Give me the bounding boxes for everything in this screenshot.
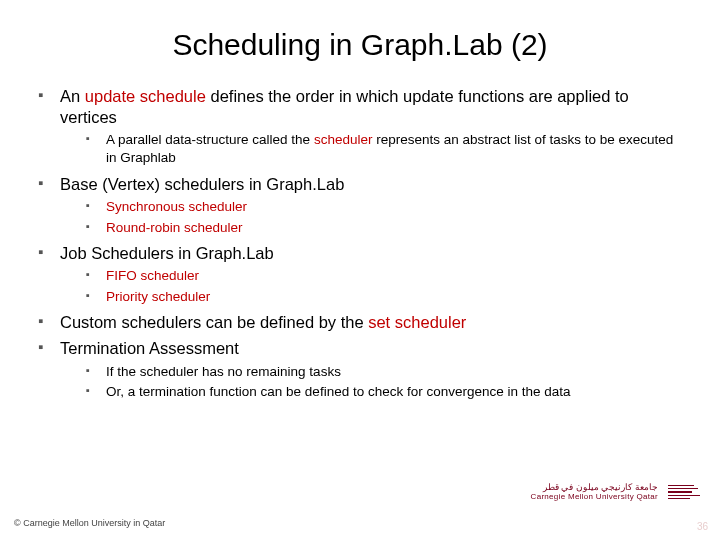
text: Job Schedulers in Graph.Lab [60, 244, 274, 262]
accent-text: FIFO scheduler [106, 268, 199, 283]
cmu-qatar-logo: جامعة كارنيجي ميلون في قطر Carnegie Mell… [492, 474, 702, 510]
logo-arabic: جامعة كارنيجي ميلون في قطر [531, 483, 658, 493]
sub-list: Synchronous scheduler Round-robin schedu… [60, 198, 682, 236]
sub-item: Or, a termination function can be define… [86, 383, 682, 401]
text: Or, a termination function can be define… [106, 384, 571, 399]
bullet-item: Base (Vertex) schedulers in Graph.Lab Sy… [38, 174, 682, 237]
accent-text: set scheduler [368, 313, 466, 331]
sub-list: A parallel data-structure called the sch… [60, 131, 682, 167]
text: If the scheduler has no remaining tasks [106, 364, 341, 379]
bullet-item: Job Schedulers in Graph.Lab FIFO schedul… [38, 243, 682, 306]
sub-item: Round-robin scheduler [86, 219, 682, 237]
bullet-item: An update schedule defines the order in … [38, 86, 682, 168]
sub-item: If the scheduler has no remaining tasks [86, 363, 682, 381]
logo-english: Carnegie Mellon University Qatar [531, 492, 658, 501]
bullet-item: Custom schedulers can be defined by the … [38, 312, 682, 333]
accent-text: Round-robin scheduler [106, 220, 243, 235]
sub-item: Priority scheduler [86, 288, 682, 306]
accent-text: Priority scheduler [106, 289, 210, 304]
logo-mark-icon [668, 477, 702, 507]
text: A parallel data-structure called the [106, 132, 314, 147]
sub-list: If the scheduler has no remaining tasks … [60, 363, 682, 401]
page-number: 36 [697, 521, 708, 532]
slide-title: Scheduling in Graph.Lab (2) [0, 0, 720, 76]
text: Custom schedulers can be defined by the [60, 313, 368, 331]
footer-copyright: © Carnegie Mellon University in Qatar [14, 518, 165, 528]
sub-item: FIFO scheduler [86, 267, 682, 285]
text: Base (Vertex) schedulers in Graph.Lab [60, 175, 344, 193]
logo-text-block: جامعة كارنيجي ميلون في قطر Carnegie Mell… [531, 483, 658, 502]
sub-item: A parallel data-structure called the sch… [86, 131, 682, 167]
bullet-item: Termination Assessment If the scheduler … [38, 338, 682, 401]
text: An [60, 87, 85, 105]
slide-content: An update schedule defines the order in … [0, 76, 720, 402]
accent-text: scheduler [314, 132, 373, 147]
accent-text: update schedule [85, 87, 206, 105]
accent-text: Synchronous scheduler [106, 199, 247, 214]
text: Termination Assessment [60, 339, 239, 357]
sub-item: Synchronous scheduler [86, 198, 682, 216]
sub-list: FIFO scheduler Priority scheduler [60, 267, 682, 305]
slide: Scheduling in Graph.Lab (2) An update sc… [0, 0, 720, 540]
bullet-list: An update schedule defines the order in … [38, 86, 682, 402]
